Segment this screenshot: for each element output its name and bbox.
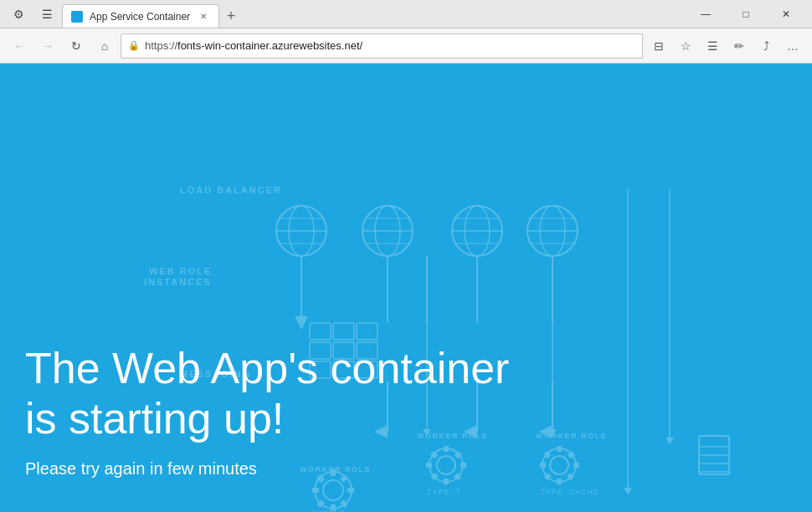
main-heading: The Web App's container is starting up! <box>25 344 812 444</box>
forward-btn[interactable]: → <box>35 33 60 59</box>
svg-marker-77 <box>624 488 632 494</box>
heading-line1: The Web App's container <box>25 344 509 392</box>
nav-right-icons: ⊟ ☆ ☰ ✏ ⤴ … <box>646 33 805 59</box>
svg-rect-50 <box>444 479 449 484</box>
close-btn[interactable]: ✕ <box>767 0 805 28</box>
svg-rect-42 <box>347 488 354 493</box>
url-prefix: https:// <box>145 39 177 52</box>
web-role-instances-label: INSTANCES <box>144 277 212 287</box>
lock-icon: 🔒 <box>128 40 140 51</box>
back-btn[interactable]: ← <box>7 33 32 59</box>
more-btn[interactable]: … <box>780 33 805 59</box>
refresh-btn[interactable]: ↻ <box>64 33 89 59</box>
type-t-small-label: TYPE: T <box>311 509 346 512</box>
heading-line2: is starting up! <box>25 394 284 443</box>
svg-rect-25 <box>310 323 331 340</box>
svg-rect-41 <box>312 488 319 493</box>
web-role-label: WEB ROLE <box>149 266 212 276</box>
url-text: https://fonts-win-container.azurewebsite… <box>145 39 635 52</box>
settings-icon-btn[interactable]: ⚙ <box>7 3 30 26</box>
new-tab-btn[interactable]: + <box>219 4 243 28</box>
tab-bar: App Service Container ✕ + <box>59 0 686 28</box>
back-pages-btn[interactable]: ☰ <box>35 3 59 26</box>
address-bar[interactable]: 🔒 https://fonts-win-container.azurewebsi… <box>121 33 643 59</box>
sub-heading: Please try again in few minutes <box>25 459 812 479</box>
main-content: The Web App's container is starting up! … <box>25 344 812 479</box>
share-btn[interactable]: ⤴ <box>753 33 779 59</box>
svg-rect-31 <box>357 323 378 340</box>
type-t-label: TYPE: T <box>427 488 461 496</box>
window-controls: — □ ✕ <box>686 0 805 28</box>
reader-btn[interactable]: ⊟ <box>646 33 671 59</box>
url-domain: fonts-win-container.azurewebsites.net/ <box>177 39 362 52</box>
hub-btn[interactable]: ☰ <box>700 33 725 59</box>
svg-point-38 <box>323 480 343 500</box>
title-bar: ⚙ ☰ App Service Container ✕ + — □ ✕ <box>0 0 812 28</box>
tab-close-btn[interactable]: ✕ <box>197 10 210 23</box>
title-bar-left: ⚙ ☰ <box>7 3 59 26</box>
content-area: LOAD BALANCER <box>0 64 812 512</box>
browser-window: ⚙ ☰ App Service Container ✕ + — □ ✕ ← → … <box>0 0 812 512</box>
load-balancer-label: LOAD BALANCER <box>180 185 282 195</box>
notes-btn[interactable]: ✏ <box>727 33 752 59</box>
svg-rect-60 <box>557 479 562 484</box>
tab-favicon <box>71 11 83 23</box>
nav-bar: ← → ↻ ⌂ 🔒 https://fonts-win-container.az… <box>0 28 812 64</box>
active-tab[interactable]: App Service Container ✕ <box>62 4 219 28</box>
tab-title: App Service Container <box>90 11 190 23</box>
type-cache-label: TYPE: CACHE <box>540 488 599 496</box>
svg-rect-28 <box>333 323 354 340</box>
minimize-btn[interactable]: — <box>686 0 725 28</box>
maximize-btn[interactable]: □ <box>727 0 765 28</box>
home-btn[interactable]: ⌂ <box>92 33 117 59</box>
favorites-btn[interactable]: ☆ <box>673 33 698 59</box>
